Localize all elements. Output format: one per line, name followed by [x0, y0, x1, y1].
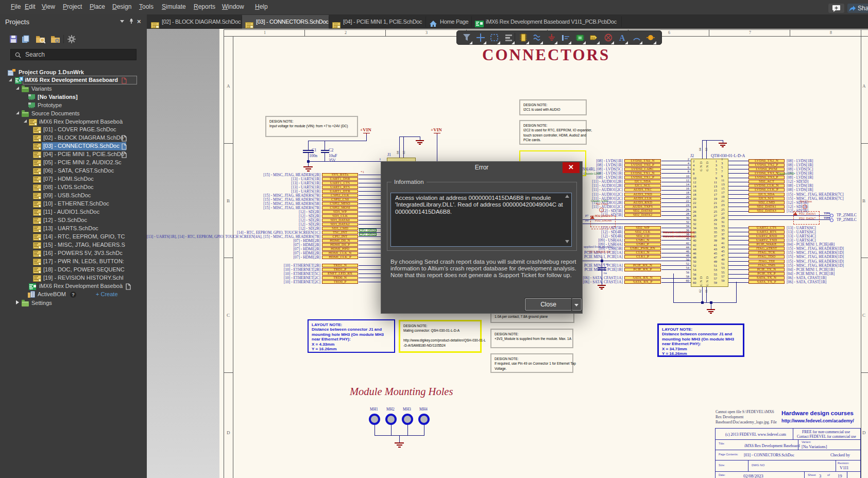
- svg-text:D1: D1: [591, 37, 595, 40]
